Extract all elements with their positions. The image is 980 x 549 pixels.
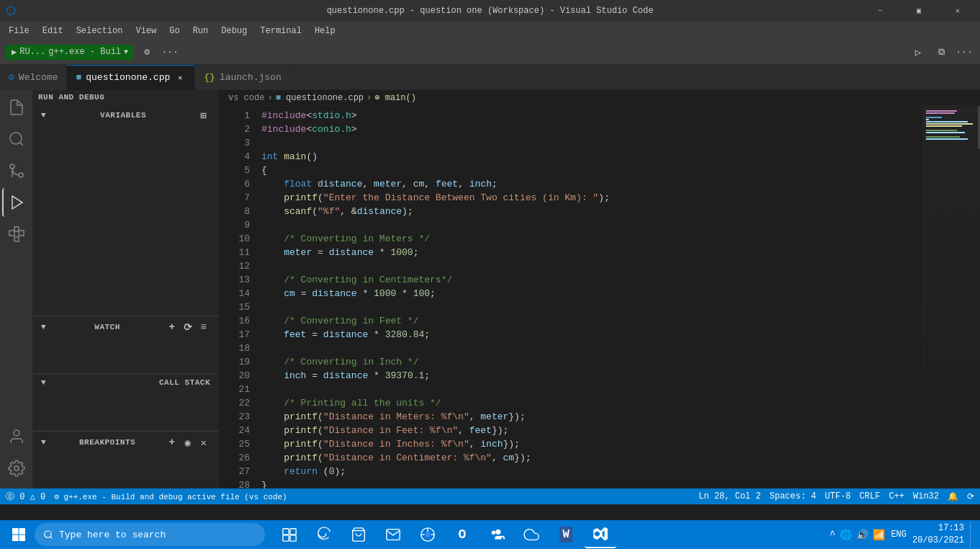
taskbar-date-display: 20/03/2021 (912, 535, 964, 547)
activity-extensions[interactable] (2, 220, 31, 249)
variables-expand-btn[interactable]: ⊞ (197, 109, 210, 122)
run-debug-button[interactable]: ▶ RU... g++.exe - Buil ▼ (6, 45, 134, 60)
svg-point-15 (45, 531, 51, 537)
line-num: 13 (220, 273, 250, 287)
status-line-col[interactable]: Ln 28, Col 2 (698, 491, 760, 502)
activity-account[interactable] (2, 422, 31, 451)
menu-view[interactable]: View (130, 24, 162, 37)
menu-go[interactable]: Go (163, 24, 185, 37)
line-num: 11 (220, 246, 250, 259)
taskbar-show-desktop[interactable] (970, 522, 974, 548)
taskbar-app-mail[interactable] (377, 521, 409, 548)
run-without-debug-button[interactable]: ▷ (908, 42, 928, 62)
menu-terminal[interactable]: Terminal (254, 24, 307, 37)
tray-expand-icon[interactable]: ^ (830, 529, 835, 540)
tray-network-icon[interactable]: 🌐 (840, 529, 852, 541)
code-line (261, 136, 917, 150)
window-title: questionone.cpp - question one (Workspac… (327, 6, 654, 16)
status-encoding[interactable]: UTF-8 (825, 491, 851, 502)
activity-settings[interactable] (2, 454, 31, 483)
line-num: 2 (220, 122, 250, 136)
svg-rect-6 (19, 231, 24, 236)
watch-chevron: ▼ (41, 323, 46, 331)
taskbar-search[interactable]: Type here to search (35, 523, 265, 546)
tab-questionone[interactable]: ■ questionone.cpp ✕ (67, 65, 195, 90)
code-line: /* Converting in Inch */ (261, 355, 917, 369)
run-label: RU... (19, 47, 45, 57)
split-editor-button[interactable]: ⧉ (931, 42, 951, 62)
taskbar-app-word[interactable]: W (550, 521, 582, 548)
more-actions-button[interactable]: ··· (160, 42, 180, 62)
menu-debug[interactable]: Debug (215, 24, 253, 37)
settings-button[interactable]: ⚙ (137, 42, 157, 62)
taskbar-app-chrome[interactable] (412, 521, 444, 548)
taskbar-app-office[interactable]: O (446, 521, 478, 548)
breadcrumb-part-3[interactable]: ⊕ main() (374, 92, 416, 103)
taskbar-app-vscode[interactable] (585, 521, 616, 548)
minimap (922, 106, 980, 488)
watch-add-btn[interactable]: + (166, 321, 179, 334)
cpp-tab-close[interactable]: ✕ (174, 72, 186, 84)
menu-help[interactable]: Help (309, 24, 341, 37)
variables-section-header[interactable]: ▼ VARIABLES ⊞ (32, 104, 219, 126)
code-line (261, 300, 917, 314)
svg-rect-19 (283, 535, 289, 541)
variables-chevron: ▼ (41, 111, 46, 120)
breadcrumb-part-1[interactable]: vs code (228, 93, 264, 103)
tray-wifi-icon[interactable]: 📶 (873, 529, 885, 541)
menu-selection[interactable]: Selection (71, 24, 129, 37)
status-language[interactable]: C++ (889, 491, 904, 502)
menu-run[interactable]: Run (187, 24, 215, 37)
breakpoints-remove-all-btn[interactable]: ✕ (197, 436, 210, 449)
activity-debug[interactable] (2, 188, 31, 217)
watch-refresh-btn[interactable]: ⟳ (181, 321, 194, 334)
taskbar-app-store[interactable] (343, 521, 374, 548)
minimap-background (923, 106, 980, 488)
svg-point-23 (425, 532, 430, 537)
cpp-tab-icon: ■ (76, 72, 81, 83)
activity-search[interactable] (2, 125, 31, 153)
run-play-icon: ▶ (12, 47, 17, 58)
menu-file[interactable]: File (3, 24, 35, 37)
tab-welcome[interactable]: ⚙ Welcome (0, 65, 67, 90)
status-debug-info[interactable]: ⚙ g++.exe - Build and debug active file … (54, 492, 287, 501)
sidebar: RUN AND DEBUG ▼ VARIABLES ⊞ ▼ WATCH + ⟳ … (32, 90, 220, 488)
taskbar-language[interactable]: ENG (891, 530, 907, 540)
taskbar-datetime[interactable]: 17:13 20/03/2021 (912, 522, 964, 547)
tab-launch-json[interactable]: {} launch.json (195, 65, 290, 90)
callstack-section-header[interactable]: ▼ CALL STACK (32, 374, 219, 391)
line-num: 27 (220, 465, 250, 478)
line-num: 26 (220, 451, 250, 465)
taskbar-app-teams[interactable] (481, 521, 513, 548)
more-editor-actions-button[interactable]: ··· (954, 42, 974, 62)
watch-section-header[interactable]: ▼ WATCH + ⟳ ≡ (32, 316, 219, 338)
breadcrumb-part-2[interactable]: ■ questionone.cpp (276, 93, 364, 103)
tray-volume-icon[interactable]: 🔊 (856, 529, 868, 541)
taskbar-task-view[interactable] (274, 521, 305, 548)
status-sync[interactable]: ⟳ (967, 491, 974, 502)
breakpoints-add-btn[interactable]: + (166, 436, 179, 449)
breakpoints-toggle-btn[interactable]: ◉ (181, 436, 194, 449)
code-content[interactable]: #include<stdio.h>#include<conio.h> int m… (256, 106, 922, 488)
watch-collapse-btn[interactable]: ≡ (197, 321, 210, 334)
start-button[interactable] (6, 522, 32, 548)
run-config-label: g++.exe - Buil (48, 47, 121, 57)
close-button[interactable]: ✕ (941, 0, 974, 22)
taskbar-app-onedrive[interactable] (516, 521, 547, 548)
status-platform[interactable]: Win32 (913, 491, 939, 502)
menu-edit[interactable]: Edit (37, 24, 69, 37)
taskbar-app-edge[interactable] (308, 521, 340, 548)
breakpoints-label: BREAKPOINTS (79, 438, 135, 447)
status-line-ending[interactable]: CRLF (860, 491, 881, 502)
status-git[interactable]: ⓪ 0 △ 0 (6, 491, 45, 503)
status-spaces[interactable]: Spaces: 4 (770, 491, 817, 502)
breakpoints-section-header[interactable]: ▼ BREAKPOINTS + ◉ ✕ (32, 432, 219, 453)
minimize-button[interactable]: − (863, 0, 896, 22)
code-line: { (261, 164, 917, 177)
activity-source-control[interactable] (2, 156, 31, 185)
maximize-button[interactable]: ▣ (902, 0, 935, 22)
code-editor[interactable]: 1234567891011121314151617181920212223242… (220, 106, 922, 488)
activity-explorer[interactable] (2, 93, 31, 122)
status-notification[interactable]: 🔔 (948, 491, 958, 502)
status-bar-right: Ln 28, Col 2 Spaces: 4 UTF-8 CRLF C++ Wi… (698, 491, 974, 502)
